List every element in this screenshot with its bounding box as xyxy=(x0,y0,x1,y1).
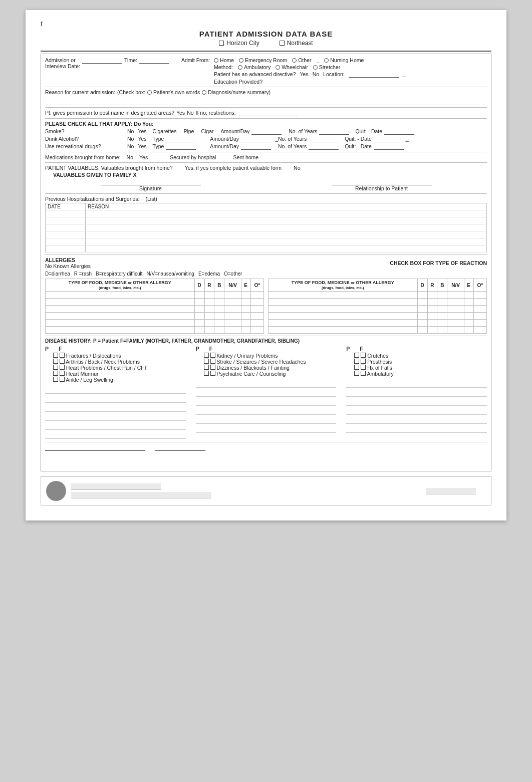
nv-l4[interactable] xyxy=(224,313,241,320)
falls-p-checkbox[interactable] xyxy=(354,365,359,370)
nv-l2[interactable] xyxy=(224,299,241,306)
o-r6[interactable] xyxy=(473,327,486,334)
allergy-food-r1[interactable] xyxy=(269,292,418,299)
col3-line-5[interactable] xyxy=(346,416,487,424)
allergy-food-r2[interactable] xyxy=(269,299,418,306)
ankle-p-checkbox[interactable] xyxy=(53,377,58,382)
allergy-food-l5[interactable] xyxy=(46,320,195,327)
col3-line-6[interactable] xyxy=(346,425,487,433)
stroke-p-checkbox[interactable] xyxy=(204,359,209,364)
b-r1[interactable] xyxy=(437,292,447,299)
col1-line-4[interactable] xyxy=(45,413,186,421)
col2-line-2[interactable] xyxy=(196,389,337,397)
b-r4[interactable] xyxy=(437,313,447,320)
rec-years-field[interactable] xyxy=(309,143,339,150)
b-r3[interactable] xyxy=(437,306,447,313)
col1-line-1[interactable] xyxy=(45,386,186,394)
ambulatory-f-checkbox[interactable] xyxy=(361,371,366,376)
relationship-field[interactable] xyxy=(332,179,432,185)
b-l6[interactable] xyxy=(214,327,224,334)
location-field[interactable] xyxy=(349,71,399,78)
allergy-food-l2[interactable] xyxy=(46,299,195,306)
heart-p-checkbox[interactable] xyxy=(53,365,58,370)
allergy-food-r4[interactable] xyxy=(269,313,418,320)
allergy-food-l3[interactable] xyxy=(46,306,195,313)
nv-r5[interactable] xyxy=(447,320,464,327)
rec-type-field[interactable] xyxy=(166,143,196,150)
prosthesis-p-checkbox[interactable] xyxy=(354,359,359,364)
fractures-f-checkbox[interactable] xyxy=(60,353,65,358)
r-l4[interactable] xyxy=(204,313,214,320)
e-l5[interactable] xyxy=(241,320,250,327)
r-r1[interactable] xyxy=(427,292,437,299)
col2-line-1[interactable] xyxy=(196,380,337,388)
e-r1[interactable] xyxy=(464,292,473,299)
b-l3[interactable] xyxy=(214,306,224,313)
reason-6[interactable] xyxy=(86,245,487,252)
r-r2[interactable] xyxy=(427,299,437,306)
other-radio[interactable] xyxy=(292,58,297,63)
b-l2[interactable] xyxy=(214,299,224,306)
o-r1[interactable] xyxy=(473,292,486,299)
d-r2[interactable] xyxy=(417,299,427,306)
o-r5[interactable] xyxy=(473,320,486,327)
restrictions-field[interactable] xyxy=(238,110,298,116)
murmur-f-checkbox[interactable] xyxy=(60,371,65,376)
o-r4[interactable] xyxy=(473,313,486,320)
d-r3[interactable] xyxy=(417,306,427,313)
d-l3[interactable] xyxy=(194,306,204,313)
nursing-radio[interactable] xyxy=(324,58,329,63)
d-l5[interactable] xyxy=(194,320,204,327)
nv-l3[interactable] xyxy=(224,306,241,313)
e-r5[interactable] xyxy=(464,320,473,327)
col1-line-6[interactable] xyxy=(45,431,186,439)
allergy-food-l4[interactable] xyxy=(46,313,195,320)
col1-line-3[interactable] xyxy=(45,404,186,412)
allergy-food-l1[interactable] xyxy=(46,292,195,299)
r-r6[interactable] xyxy=(427,327,437,334)
col3-line-3[interactable] xyxy=(346,398,487,406)
nv-l6[interactable] xyxy=(224,327,241,334)
psych-f-checkbox[interactable] xyxy=(210,371,215,376)
stretcher-radio[interactable] xyxy=(313,65,318,70)
horizon-checkbox[interactable] xyxy=(219,41,224,46)
o-l1[interactable] xyxy=(250,292,263,299)
d-l1[interactable] xyxy=(194,292,204,299)
northeast-checkbox[interactable] xyxy=(280,41,285,46)
e-r4[interactable] xyxy=(464,313,473,320)
date-3[interactable] xyxy=(46,224,86,231)
reason-1[interactable] xyxy=(86,210,487,217)
d-r5[interactable] xyxy=(417,320,427,327)
bottom-field-1[interactable] xyxy=(45,444,145,451)
e-r2[interactable] xyxy=(464,299,473,306)
allergy-food-r5[interactable] xyxy=(269,320,418,327)
col2-line-6[interactable] xyxy=(196,425,337,433)
home-radio[interactable] xyxy=(214,58,218,63)
kidney-p-checkbox[interactable] xyxy=(204,353,209,358)
footer-info-field[interactable] xyxy=(71,492,211,498)
dizziness-p-checkbox[interactable] xyxy=(204,365,209,370)
prosthesis-f-checkbox[interactable] xyxy=(361,359,366,364)
col1-line-5[interactable] xyxy=(45,422,186,430)
rec-quit-field[interactable] xyxy=(374,143,404,150)
b-r2[interactable] xyxy=(437,299,447,306)
kidney-f-checkbox[interactable] xyxy=(210,353,215,358)
r-l6[interactable] xyxy=(204,327,214,334)
nv-r4[interactable] xyxy=(447,313,464,320)
drink-amount-field[interactable] xyxy=(241,136,271,142)
crutches-p-checkbox[interactable] xyxy=(354,353,359,358)
smoke-years-field[interactable] xyxy=(319,128,349,135)
d-r1[interactable] xyxy=(417,292,427,299)
o-r2[interactable] xyxy=(473,299,486,306)
r-r5[interactable] xyxy=(427,320,437,327)
ambulatory-p-checkbox[interactable] xyxy=(354,371,359,376)
o-r3[interactable] xyxy=(473,306,486,313)
o-l4[interactable] xyxy=(250,313,263,320)
o-l5[interactable] xyxy=(250,320,263,327)
reason-2[interactable] xyxy=(86,217,487,224)
col1-line-2[interactable] xyxy=(45,395,186,403)
b-l5[interactable] xyxy=(214,320,224,327)
date-2[interactable] xyxy=(46,217,86,224)
d-r4[interactable] xyxy=(417,313,427,320)
allergy-food-r6[interactable] xyxy=(269,327,418,334)
